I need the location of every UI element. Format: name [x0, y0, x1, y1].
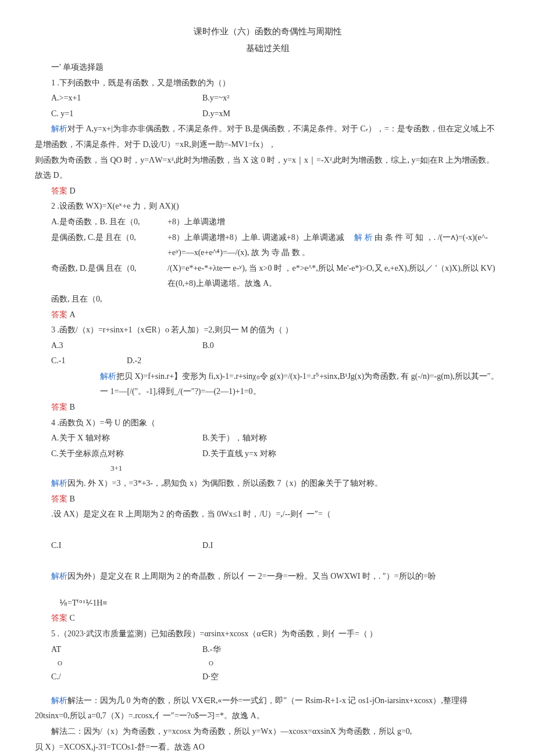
q1-answer: 答案 D: [35, 184, 500, 199]
q1-option-a: A.>=x+1: [35, 91, 202, 106]
q1-option-d: D.y=xM: [202, 106, 354, 122]
q3-stem: 3 .函数/（x）=r+sinx+1（x∈R）o 若人加）=2,则贝一 M 的值…: [35, 323, 500, 338]
q2-option-d-left: 函数, 且在（0,: [35, 292, 167, 307]
page-title: 课时作业（六）函数的奇偶性与周期性: [35, 23, 500, 40]
q1-options-row2: C. y=1 D.y=xM: [35, 106, 500, 122]
q6-stem: 5 .（2023·武汉市质量监测）已知函数段）=αrsinx+xcosx（α∈R…: [35, 626, 500, 642]
q2-answer: 答案 A: [35, 307, 500, 323]
q6-expl-a-text: 解法一：因为几 0 为奇的数，所以 VX∈R,«一外=一式幻，即″（一 Rsim…: [35, 696, 468, 721]
q6-option-a-sub: O: [51, 657, 202, 669]
q6-explanation-c: 贝 X）=XCOSX,j-3'I=TCOs1-舒=一看。故选 AO: [35, 740, 500, 755]
q5-row-cd: C.I D.I: [35, 538, 500, 554]
page-subtitle: 基础过关组: [35, 40, 500, 57]
q2-option-b-text: +8）上单调递增+8）上单. 调递减+8）上单调递减: [167, 233, 344, 242]
q1-stem: 1 .下列函数中，既是有函数，又是增函数的为（）: [35, 76, 500, 91]
q2-option-b-left: 是偶函数, C.是 且在（0,: [35, 230, 167, 261]
explanation-label: 解析: [51, 696, 67, 705]
q6-explanation-b: 解法二：因为/（x）为奇函数，y=xcosx 为奇函数，所以 y=Wx）—xco…: [35, 724, 500, 740]
q4-stem: 4 .函数负 X）=号 U 的图象（: [35, 415, 500, 431]
explanation-label: 解析: [100, 372, 116, 381]
q5-stem: .设 AX）是定义在 R 上周期为 2 的奇函数，当 0Wx≤1 时，/U）=,…: [35, 507, 500, 522]
q1-answer-value: D: [70, 187, 76, 195]
q5-answer-value: C: [70, 614, 75, 622]
q2-option-b-right: +8）上单调递增+8）上单. 调递减+8）上单调递减 解 析 由 条 件 可 知…: [167, 230, 500, 261]
q2-stem: 2 .设函数 WX)=X(eˣ+e 力，则 AX)(): [35, 199, 500, 214]
q4-expl-text: 因为. 外 X）=3，=3*+3-，,易知负 x）为偶阳数，所以函数 7（x）的…: [67, 479, 383, 488]
q4-explanation: 解析因为. 外 X）=3，=3*+3-，,易知负 x）为偶阳数，所以函数 7（x…: [35, 476, 500, 492]
q4-option-a: A.关于 X 轴对称: [51, 431, 202, 446]
q1-option-c: C. y=1: [35, 106, 202, 122]
q3-row1: A.3 B.0: [35, 338, 500, 354]
q6-option-b-text: B.-华: [202, 645, 221, 654]
q3-answer-value: B: [70, 403, 75, 411]
q3-option-c: C.-1: [35, 353, 127, 369]
explanation-label: 解析: [51, 124, 67, 133]
q1-explanation-line2: 则函数为奇函数，当 QO 时，y=ΛW=x²,此时为增函数，当 X 这 0 时，…: [35, 153, 500, 184]
q6-option-d: D·空: [202, 669, 354, 685]
answer-label: 答案: [51, 187, 67, 195]
q5-expl-text: 因为外）是定义在 R 上周期为 2 的奇晶数，所以亻一 2=一身=一粉。又当 O…: [67, 572, 436, 581]
section-heading: 一' 单项选择题: [35, 60, 500, 76]
q3-row2: C.-1 D.-2: [35, 353, 500, 369]
q4-frac-note: 3+1: [35, 461, 500, 476]
q6-option-c: C./: [35, 669, 202, 685]
answer-label: 答案: [51, 495, 67, 503]
q6-explanation-a: 解析解法一：因为几 0 为奇的数，所以 VX∈R,«一外=一式幻，即″（一 Rs…: [35, 693, 500, 724]
q3-explanation: 解析把贝 X)=f+sin.r+】变形为 fi,x)-1=.r+sinχ₀令 g…: [35, 369, 500, 400]
q1-option-b: B.y=~x²: [202, 91, 354, 106]
q4-option-b: B.关于），轴对称: [202, 431, 354, 446]
q3-option-b: B.0: [202, 338, 354, 354]
q4-option-c: C.关于坐标原点对称: [51, 446, 202, 462]
answer-label: 答案: [51, 614, 67, 622]
answer-label: 答案: [51, 403, 67, 411]
q1-expl-text-a: 对于 A,y=x+|为非亦非偶函数，不满足条件。对于 B,是偶函数，不满足条件。…: [35, 124, 495, 149]
q5-answer: 答案 C: [35, 611, 500, 626]
q3-option-a: A.3: [35, 338, 202, 354]
q1-options-row1: A.>=x+1 B.y=~x²: [35, 91, 500, 106]
q2-row-a: A.是奇函数，B. 且在（0, +8）上单调递增: [35, 214, 500, 230]
q6-row1: AT O B.-华 O: [35, 642, 500, 669]
explanation-label: 解析: [51, 572, 67, 581]
q4-options: A.关于 X 轴对称 B.关于），轴对称 C.关于坐标原点对称 D.关于直线 y…: [35, 431, 500, 461]
q2-option-a-right: +8）上单调递增: [167, 214, 500, 230]
q2-option-a-left: A.是奇函数，B. 且在（0,: [35, 214, 167, 230]
q3-answer: 答案 B: [35, 400, 500, 415]
q6-row2: C./ D·空: [35, 669, 500, 685]
q2-row-c: 奇函数, D.是偶 且在（0, /(X)=e*+e-*+λte一 e-ʸ), 当…: [35, 261, 500, 292]
q3-expl-text: 把贝 X)=f+sin.r+】变形为 fi,x)-1=.r+sinχ₀令 g(x…: [100, 372, 499, 396]
explanation-label: 解析: [51, 479, 67, 488]
q1-explanation-line1: 解析对于 A,y=x+|为非亦非偶函数，不满足条件。对于 B,是偶函数，不满足条…: [35, 121, 500, 152]
answer-label: 答案: [51, 310, 67, 319]
q2-option-c-left: 奇函数, D.是偶 且在（0,: [35, 261, 167, 292]
q4-option-d: D.关于直线 y=x 对称: [202, 446, 354, 462]
q6-option-a-text: AT: [51, 645, 61, 654]
q4-answer: 答案 B: [35, 492, 500, 507]
q2-row-b: 是偶函数, C.是 且在（0, +8）上单调递增+8）上单. 调递减+8）上单调…: [35, 230, 500, 261]
q3-option-d: D.-2: [127, 353, 202, 369]
q5-option-c: C.I: [35, 538, 202, 554]
q2-expl-label: 解 析: [354, 233, 373, 242]
q5-explanation: 解析因为外）是定义在 R 上周期为 2 的奇晶数，所以亻一 2=一身=一粉。又当…: [35, 569, 500, 585]
q2-expl-b-part: /(X)=e*+e-*+λte一 e-ʸ), 当 x>0 时 ，e*>e^*,所…: [167, 261, 500, 292]
q6-option-b: B.-华 O: [202, 642, 354, 669]
q5-option-d: D.I: [202, 538, 354, 554]
q6-option-b-sub: O: [202, 657, 354, 669]
q5-extra-line: ⅟₈=Tᶠᵅ¹⅟-1H≡: [35, 596, 500, 611]
q2-row-d: 函数, 且在（0,: [35, 292, 500, 307]
q2-answer-value: A: [70, 310, 76, 319]
q6-option-a: AT O: [35, 642, 202, 669]
q4-answer-value: B: [70, 495, 75, 503]
